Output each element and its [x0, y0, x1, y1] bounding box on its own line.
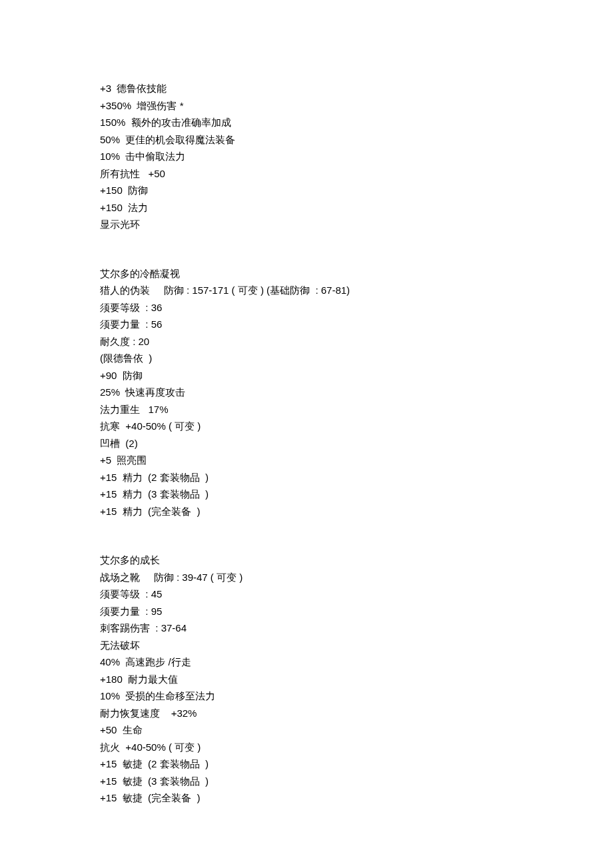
stat-line: 抗寒 +40-50% ( 可变 )	[100, 418, 513, 435]
stat-line: +150 法力	[100, 199, 513, 217]
stat-line: +180 耐力最大值	[100, 671, 513, 688]
stat-line: 战场之靴 防御 : 39-47 ( 可变 )	[100, 569, 513, 586]
stat-line: +15 敏捷 (2 套装物品 )	[100, 755, 513, 773]
stat-line: 10% 击中偷取法力	[100, 148, 513, 165]
stat-line: 所有抗性 +50	[100, 165, 513, 183]
stat-line: 50% 更佳的机会取得魔法装备	[100, 131, 513, 149]
item-block-2: 艾尔多的成长 战场之靴 防御 : 39-47 ( 可变 ) 须要等级 : 45 …	[100, 552, 513, 807]
item-block-0: +3 德鲁依技能 +350% 增强伤害 * 150% 额外的攻击准确率加成 50…	[100, 80, 513, 233]
stat-line: 抗火 +40-50% ( 可变 )	[100, 739, 513, 756]
stat-line: +15 精力 (2 套装物品 )	[100, 469, 513, 486]
stat-line: 无法破坏	[100, 637, 513, 654]
stat-line: 10% 受损的生命移至法力	[100, 687, 513, 705]
stat-line: +15 精力 (3 套装物品 )	[100, 486, 513, 503]
stat-line: +350% 增强伤害 *	[100, 97, 513, 115]
item-title: 艾尔多的成长	[100, 552, 513, 569]
stat-line: (限德鲁依 )	[100, 350, 513, 367]
stat-line: 须要等级 : 45	[100, 586, 513, 603]
stat-line: 须要力量 : 95	[100, 603, 513, 620]
stat-line: +15 精力 (完全装备 )	[100, 503, 513, 520]
item-block-1: 艾尔多的冷酷凝视 猎人的伪装 防御 : 157-171 ( 可变 ) (基础防御…	[100, 265, 513, 520]
stat-line: +50 生命	[100, 721, 513, 739]
stat-line: 耐久度 : 20	[100, 333, 513, 350]
stat-line: 须要等级 : 36	[100, 299, 513, 316]
stat-line: +150 防御	[100, 182, 513, 199]
stat-line: +3 德鲁依技能	[100, 80, 513, 97]
stat-line: +15 敏捷 (3 套装物品 )	[100, 773, 513, 790]
stat-line: 25% 快速再度攻击	[100, 384, 513, 401]
stat-line: 法力重生 17%	[100, 401, 513, 418]
stat-line: 显示光环	[100, 216, 513, 233]
stat-line: 150% 额外的攻击准确率加成	[100, 114, 513, 131]
stat-line: +15 敏捷 (完全装备 )	[100, 789, 513, 807]
document-page: +3 德鲁依技能 +350% 增强伤害 * 150% 额外的攻击准确率加成 50…	[0, 0, 613, 868]
stat-line: 40% 高速跑步 /行走	[100, 653, 513, 671]
stat-line: 耐力恢复速度 +32%	[100, 705, 513, 722]
stat-line: +90 防御	[100, 367, 513, 384]
stat-line: 刺客踢伤害 : 37-64	[100, 620, 513, 637]
stat-line: +5 照亮围	[100, 452, 513, 469]
item-title: 艾尔多的冷酷凝视	[100, 265, 513, 282]
stat-line: 须要力量 : 56	[100, 316, 513, 333]
stat-line: 凹槽 (2)	[100, 435, 513, 452]
stat-line: 猎人的伪装 防御 : 157-171 ( 可变 ) (基础防御 : 67-81)	[100, 282, 513, 299]
